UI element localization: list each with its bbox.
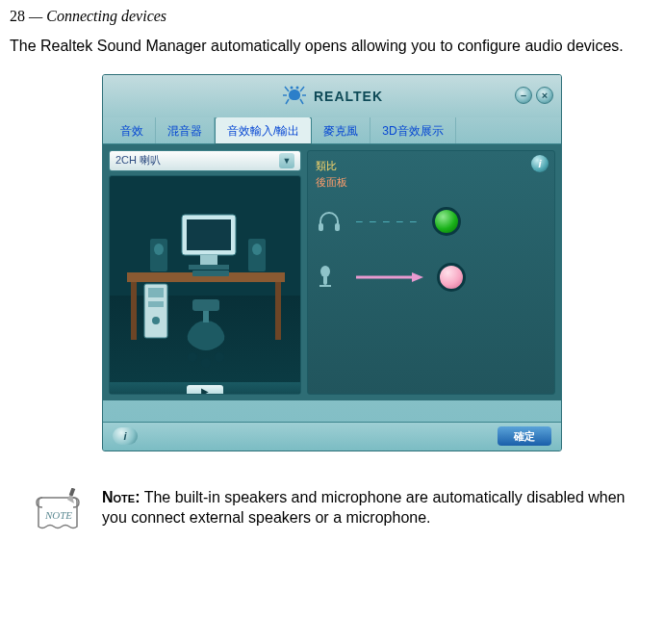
window-controls: – × xyxy=(515,87,553,104)
tab-microphone[interactable]: 麥克風 xyxy=(312,117,370,143)
play-bar: ▶ xyxy=(110,382,300,395)
microphone-icon xyxy=(316,264,343,291)
svg-point-12 xyxy=(252,244,262,255)
realtek-window: REALTEK – × 音效 混音器 音效輸入/輸出 麥克風 3D音效展示 2C… xyxy=(102,74,562,451)
note-block: NOTE Note: The built-in speakers and mic… xyxy=(10,478,654,552)
chevron-down-icon: ▼ xyxy=(279,153,294,168)
info-icon: i xyxy=(123,430,126,442)
info-button[interactable]: i xyxy=(113,427,138,445)
back-panel-label: 後面板 xyxy=(316,175,547,190)
note-icon-text: NOTE xyxy=(44,509,72,521)
svg-rect-27 xyxy=(319,285,331,287)
footer-bar: i 確定 xyxy=(103,422,561,451)
chapter-title: Connecting devices xyxy=(46,8,166,24)
left-panel: 2CH 喇叭 ▼ xyxy=(109,150,301,395)
line-out-jack[interactable] xyxy=(432,207,461,236)
analog-label: 類比 xyxy=(316,159,547,173)
minimize-button[interactable]: – xyxy=(515,87,532,104)
svg-rect-7 xyxy=(200,255,217,265)
svg-point-1 xyxy=(295,86,298,89)
note-scroll-icon: NOTE xyxy=(33,488,87,542)
svg-rect-6 xyxy=(187,219,231,250)
intro-paragraph: The Realtek Sound Manager automatically … xyxy=(10,37,654,57)
panel-help-button[interactable]: i xyxy=(531,155,549,172)
svg-rect-3 xyxy=(131,282,137,340)
svg-point-10 xyxy=(154,244,164,255)
svg-rect-8 xyxy=(189,265,229,270)
microphone-row xyxy=(316,263,547,292)
mic-connector-arrow-icon xyxy=(356,271,423,283)
dropdown-value: 2CH 喇叭 xyxy=(115,153,161,167)
ok-button-label: 確定 xyxy=(514,429,535,444)
headphone-icon xyxy=(316,208,343,235)
brand-name: REALTEK xyxy=(314,89,383,104)
svg-point-16 xyxy=(152,317,160,324)
note-body: The built-in speakers and microphone are… xyxy=(102,489,626,526)
svg-rect-4 xyxy=(275,282,281,340)
page-number: 28 xyxy=(10,8,25,24)
panel-labels: 類比 後面板 xyxy=(316,159,547,190)
mic-in-jack[interactable] xyxy=(437,263,466,292)
brand-area: REALTEK xyxy=(281,84,383,109)
tab-mixer[interactable]: 混音器 xyxy=(156,117,215,143)
tab-sound-effect[interactable]: 音效 xyxy=(109,117,156,143)
tab-audio-io[interactable]: 音效輸入/輸出 xyxy=(215,116,312,144)
svg-rect-19 xyxy=(192,299,219,311)
headphone-row: – – – – – xyxy=(316,207,547,236)
play-icon: ▶ xyxy=(201,386,209,395)
realtek-crab-icon xyxy=(281,84,308,109)
svg-rect-24 xyxy=(335,223,340,231)
svg-point-20 xyxy=(188,352,197,362)
svg-point-21 xyxy=(215,352,224,362)
play-button[interactable]: ▶ xyxy=(187,385,223,395)
content-area: 2CH 喇叭 ▼ xyxy=(103,144,561,400)
ok-button[interactable]: 確定 xyxy=(498,426,551,446)
svg-rect-14 xyxy=(148,288,164,297)
headphone-connector-line: – – – – – xyxy=(356,215,419,228)
page-header: 28 — Connecting devices xyxy=(10,8,654,25)
svg-rect-30 xyxy=(69,488,75,496)
header-separator: — xyxy=(25,8,46,24)
desk-scene-illustration: ▶ xyxy=(109,175,301,395)
svg-rect-17 xyxy=(192,270,229,276)
tab-3d-demo[interactable]: 3D音效展示 xyxy=(370,117,455,143)
svg-point-22 xyxy=(201,358,211,368)
speaker-config-dropdown[interactable]: 2CH 喇叭 ▼ xyxy=(109,150,301,171)
svg-rect-23 xyxy=(319,223,323,231)
note-heading: Note: xyxy=(102,489,140,505)
svg-rect-15 xyxy=(148,301,164,307)
title-bar: REALTEK – × xyxy=(103,75,561,117)
svg-point-0 xyxy=(290,86,293,89)
info-icon: i xyxy=(538,158,541,169)
close-button[interactable]: × xyxy=(536,87,553,104)
note-text: Note: The built-in speakers and micropho… xyxy=(102,488,641,528)
svg-marker-29 xyxy=(412,272,423,282)
tab-bar: 音效 混音器 音效輸入/輸出 麥克風 3D音效展示 xyxy=(103,117,561,144)
right-panel: i 類比 後面板 – – – – – xyxy=(307,150,555,395)
desk-scene-svg xyxy=(110,176,301,378)
svg-rect-26 xyxy=(323,275,327,285)
